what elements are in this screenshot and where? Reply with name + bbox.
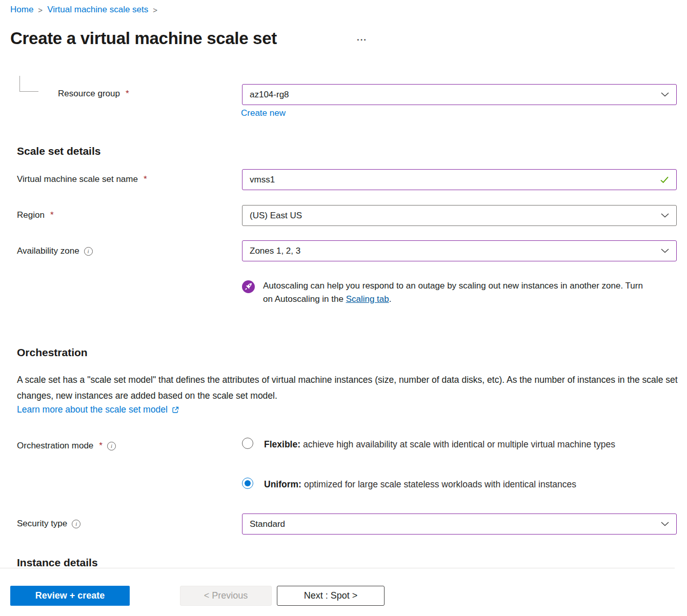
validation-check-icon — [660, 176, 669, 183]
orchestration-heading: Orchestration — [17, 346, 88, 359]
availability-zone-value: Zones 1, 2, 3 — [250, 246, 661, 256]
security-type-value: Standard — [250, 519, 661, 529]
orchestration-description: A scale set has a "scale set model" that… — [17, 372, 681, 404]
autoscaling-notice-text: Autoscaling can help you respond to an o… — [263, 279, 647, 306]
region-dropdown[interactable]: (US) East US — [242, 205, 677, 226]
instance-details-heading: Instance details — [17, 557, 98, 569]
orchestration-option-flexible[interactable]: Flexible:achieve high availability at sc… — [242, 437, 647, 453]
orchestration-mode-label: Orchestration mode* i — [17, 441, 116, 451]
vmss-name-label: Virtual machine scale set name* — [17, 174, 147, 184]
vmss-name-input[interactable] — [250, 175, 660, 185]
create-new-link[interactable]: Create new — [241, 108, 286, 118]
external-link-icon — [171, 406, 179, 414]
learn-more-label: Learn more about the scale set model — [17, 404, 168, 415]
orchestration-mode-label-text: Orchestration mode — [17, 441, 93, 451]
availability-zone-dropdown[interactable]: Zones 1, 2, 3 — [242, 240, 677, 261]
vmss-name-field[interactable] — [242, 169, 677, 190]
orchestration-option-uniform[interactable]: Uniform:optimized for large scale statel… — [242, 477, 673, 492]
info-icon[interactable]: i — [72, 520, 80, 528]
security-type-dropdown[interactable]: Standard — [242, 514, 677, 535]
footer-bar: Review + create < Previous Next : Spot > — [0, 568, 687, 616]
resource-group-dropdown[interactable]: az104-rg8 — [242, 84, 677, 105]
required-asterisk: * — [126, 89, 129, 99]
uniform-option-description: optimized for large scale stateless work… — [304, 479, 576, 489]
scale-set-details-heading: Scale set details — [17, 145, 100, 157]
region-label: Region* — [17, 210, 54, 220]
resource-group-value: az104-rg8 — [250, 90, 661, 100]
previous-button[interactable]: < Previous — [180, 586, 272, 606]
radio-selected-icon[interactable] — [242, 478, 253, 489]
chevron-down-icon — [661, 522, 669, 526]
availability-zone-label: Availability zone i — [17, 246, 93, 256]
scaling-tab-link[interactable]: Scaling tab — [346, 294, 389, 304]
vmss-name-label-text: Virtual machine scale set name — [17, 174, 138, 184]
page-title: Create a virtual machine scale set — [10, 29, 277, 48]
chevron-down-icon — [661, 92, 669, 97]
info-icon[interactable]: i — [84, 247, 93, 256]
uniform-option-name: Uniform: — [264, 479, 301, 489]
breadcrumb-vmss-link[interactable]: Virtual machine scale sets — [47, 5, 148, 15]
chevron-down-icon — [661, 249, 669, 253]
info-icon[interactable]: i — [107, 442, 116, 450]
rocket-icon — [242, 280, 255, 293]
notice-text-after: . — [389, 294, 392, 304]
region-label-text: Region — [17, 210, 45, 220]
security-type-label-text: Security type — [17, 519, 67, 529]
chevron-down-icon — [661, 213, 669, 218]
flexible-option-name: Flexible: — [264, 439, 300, 449]
review-create-button[interactable]: Review + create — [10, 586, 130, 606]
required-asterisk: * — [144, 174, 147, 184]
autoscaling-notice: Autoscaling can help you respond to an o… — [242, 279, 647, 306]
breadcrumb: Home > Virtual machine scale sets > — [10, 5, 157, 15]
availability-zone-label-text: Availability zone — [17, 246, 79, 256]
resource-group-label: Resource group* — [58, 89, 129, 99]
notice-text-before: Autoscaling can help you respond to an o… — [263, 281, 643, 304]
create-vmss-page: Home > Virtual machine scale sets > Crea… — [0, 0, 687, 616]
chevron-right-icon: > — [153, 5, 157, 14]
security-type-label: Security type i — [17, 519, 80, 529]
more-options-icon[interactable]: ··· — [357, 35, 367, 45]
flexible-option-description: achieve high availability at scale with … — [303, 439, 615, 449]
region-value: (US) East US — [250, 211, 661, 221]
uniform-option-text: Uniform:optimized for large scale statel… — [264, 477, 673, 492]
next-spot-button[interactable]: Next : Spot > — [277, 586, 385, 606]
breadcrumb-home-link[interactable]: Home — [10, 5, 33, 15]
chevron-right-icon: > — [38, 5, 43, 14]
subscription-elbow-connector — [19, 76, 38, 92]
required-asterisk: * — [99, 441, 103, 451]
resource-group-label-text: Resource group — [58, 89, 120, 99]
required-asterisk: * — [50, 210, 54, 220]
flexible-option-text: Flexible:achieve high availability at sc… — [264, 437, 647, 453]
learn-more-link[interactable]: Learn more about the scale set model — [17, 404, 179, 415]
radio-unselected-icon[interactable] — [242, 438, 253, 449]
